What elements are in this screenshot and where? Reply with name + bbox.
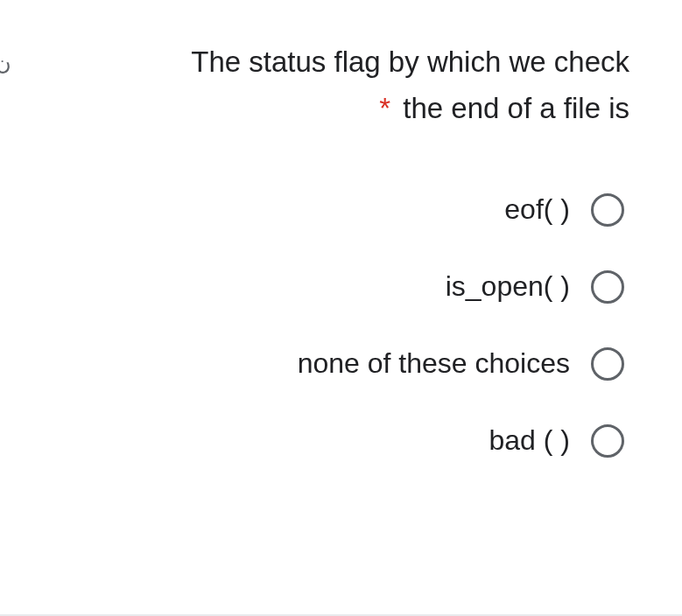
options-list: eof( ) is_open( ) none of these choices … bbox=[53, 193, 629, 458]
option-label: none of these choices bbox=[298, 347, 570, 380]
option-is-open[interactable]: is_open( ) bbox=[53, 270, 624, 304]
option-bad[interactable]: bad ( ) bbox=[53, 424, 624, 458]
radio-icon[interactable] bbox=[591, 270, 624, 304]
question-card: The status flag by which we check * the … bbox=[0, 0, 682, 458]
radio-icon[interactable] bbox=[591, 193, 624, 227]
option-eof[interactable]: eof( ) bbox=[53, 193, 624, 227]
radio-icon[interactable] bbox=[591, 347, 624, 381]
radio-icon[interactable] bbox=[591, 424, 624, 458]
question-text: The status flag by which we check * the … bbox=[53, 39, 629, 132]
question-line-1: The status flag by which we check bbox=[191, 46, 629, 78]
option-label: is_open( ) bbox=[446, 270, 570, 303]
option-none[interactable]: none of these choices bbox=[53, 347, 624, 381]
partial-cutoff-text: ن bbox=[0, 51, 11, 75]
question-line-2: the end of a file is bbox=[403, 92, 629, 124]
option-label: bad ( ) bbox=[489, 424, 570, 457]
required-asterisk: * bbox=[379, 92, 390, 124]
option-label: eof( ) bbox=[504, 193, 570, 226]
